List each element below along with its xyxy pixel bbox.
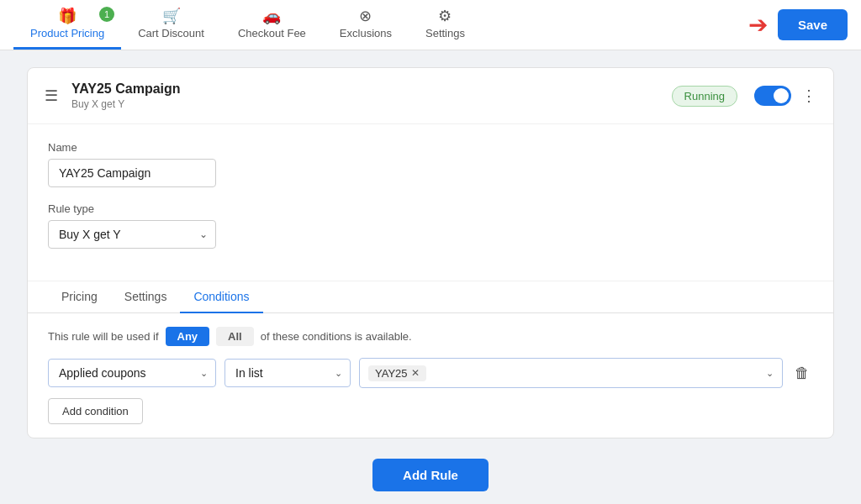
tab-cart-discount[interactable]: 🛒 Cart Discount	[121, 0, 221, 50]
rule-type-field-group: Rule type Buy X get Y Fixed Price Percen…	[48, 202, 813, 249]
campaign-card: ☰ YAY25 Campaign Buy X get Y Running ⋮ N…	[27, 67, 834, 438]
rule-suffix-text: of these conditions is available.	[261, 330, 412, 343]
inlist-select-wrapper: In list Not in list ⌄	[224, 359, 351, 387]
add-rule-button[interactable]: Add Rule	[372, 459, 489, 491]
delete-condition-button[interactable]: 🗑	[791, 361, 813, 386]
name-label: Name	[48, 141, 813, 154]
tab-settings[interactable]: ⚙ Settings	[409, 0, 482, 50]
top-navigation: 🎁 Product Pricing 1 🛒 Cart Discount 🚗 Ch…	[0, 0, 861, 50]
cart-discount-icon: 🛒	[162, 8, 181, 24]
tag-input-chevron-icon: ⌄	[766, 368, 774, 379]
name-field-group: Name	[48, 141, 813, 187]
trash-icon: 🗑	[795, 365, 810, 382]
add-condition-button[interactable]: Add condition	[48, 398, 143, 424]
save-button[interactable]: Save	[778, 9, 848, 40]
tab-product-pricing-label: Product Pricing	[30, 27, 104, 39]
condition-type-select-wrapper: Applied coupons Cart total Product categ…	[48, 359, 216, 387]
rule-type-select[interactable]: Buy X get Y Fixed Price Percentage Disco…	[48, 220, 216, 249]
settings-icon: ⚙	[438, 8, 452, 24]
campaign-toggle[interactable]	[754, 86, 791, 106]
tag-input[interactable]: YAY25 ✕ ⌄	[359, 358, 783, 388]
campaign-name: YAY25 Campaign	[71, 81, 655, 97]
condition-row: Applied coupons Cart total Product categ…	[48, 358, 813, 388]
checkout-fee-icon: 🚗	[262, 8, 281, 24]
more-options-icon[interactable]: ⋮	[801, 87, 816, 105]
campaign-header: ☰ YAY25 Campaign Buy X get Y Running ⋮	[28, 68, 833, 124]
tab-checkout-fee-label: Checkout Fee	[238, 27, 306, 39]
any-button[interactable]: Any	[166, 327, 210, 346]
tab-settings-label: Settings	[425, 27, 465, 39]
product-pricing-icon: 🎁	[58, 8, 77, 24]
tab-exclusions-label: Exclusions	[340, 27, 392, 39]
condition-type-select[interactable]: Applied coupons Cart total Product categ…	[48, 359, 216, 387]
add-rule-area: Add Rule	[372, 452, 489, 498]
all-button[interactable]: All	[216, 327, 254, 346]
campaign-info: YAY25 Campaign Buy X get Y	[71, 81, 655, 110]
nav-tabs: 🎁 Product Pricing 1 🛒 Cart Discount 🚗 Ch…	[13, 0, 482, 50]
tab-checkout-fee[interactable]: 🚗 Checkout Fee	[221, 0, 323, 50]
conditions-section: This rule will be used if Any All of the…	[28, 313, 833, 438]
tab-exclusions[interactable]: ⊗ Exclusions	[323, 0, 409, 50]
rule-type-select-wrapper: Buy X get Y Fixed Price Percentage Disco…	[48, 220, 216, 249]
product-pricing-badge: 1	[99, 7, 114, 22]
main-content: ☰ YAY25 Campaign Buy X get Y Running ⋮ N…	[0, 50, 861, 504]
tag-label: YAY25	[375, 367, 408, 380]
campaign-type: Buy X get Y	[71, 98, 655, 110]
tab-product-pricing[interactable]: 🎁 Product Pricing 1	[13, 0, 121, 50]
conditions-rule-text: This rule will be used if Any All of the…	[48, 327, 813, 346]
toggle-area: ⋮	[754, 86, 816, 106]
name-input[interactable]	[48, 159, 216, 187]
inner-tabs: Pricing Settings Conditions	[28, 281, 833, 313]
form-section: Name Rule type Buy X get Y Fixed Price P…	[28, 124, 833, 281]
tab-cart-discount-label: Cart Discount	[138, 27, 204, 39]
yay25-tag: YAY25 ✕	[368, 365, 426, 381]
hamburger-icon[interactable]: ☰	[45, 87, 58, 105]
tag-close-icon[interactable]: ✕	[411, 368, 420, 378]
status-badge: Running	[672, 86, 737, 107]
rule-prefix-text: This rule will be used if	[48, 330, 159, 343]
inner-tab-settings[interactable]: Settings	[111, 281, 181, 313]
save-area: ➔ Save	[748, 9, 848, 40]
inlist-select[interactable]: In list Not in list	[224, 359, 351, 387]
rule-type-label: Rule type	[48, 202, 813, 215]
arrow-pointer-icon: ➔	[748, 13, 768, 37]
exclusions-icon: ⊗	[359, 8, 372, 24]
inner-tab-conditions[interactable]: Conditions	[180, 281, 262, 313]
inner-tab-pricing[interactable]: Pricing	[48, 281, 111, 313]
